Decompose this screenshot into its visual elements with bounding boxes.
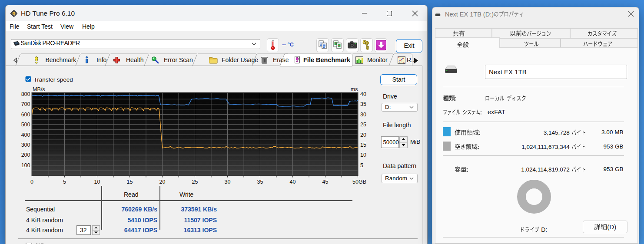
svg-text:Erase: Erase: [273, 56, 289, 63]
svg-text:500: 500: [21, 122, 30, 128]
svg-text:5: 5: [63, 179, 66, 185]
svg-text:Health: Health: [126, 56, 143, 63]
svg-text:15: 15: [360, 142, 366, 148]
svg-text:40: 40: [360, 91, 366, 97]
svg-text:300: 300: [21, 142, 30, 148]
svg-text:200: 200: [21, 152, 30, 158]
svg-text:35: 35: [257, 179, 263, 185]
svg-text:800: 800: [21, 91, 30, 97]
svg-text:700: 700: [21, 101, 30, 107]
svg-text:MB/s: MB/s: [33, 86, 45, 92]
svg-text:100: 100: [21, 162, 30, 168]
svg-text:40: 40: [290, 179, 296, 185]
svg-text:10: 10: [94, 179, 100, 185]
svg-text:25: 25: [360, 122, 366, 128]
svg-text:0: 0: [30, 179, 33, 185]
svg-text:Benchmark: Benchmark: [46, 56, 77, 63]
svg-text:400: 400: [21, 132, 30, 138]
svg-text:30: 30: [360, 112, 366, 118]
svg-text:600: 600: [21, 112, 30, 118]
svg-text:25: 25: [192, 179, 198, 185]
svg-text:20: 20: [159, 179, 166, 185]
svg-text:Info: Info: [96, 56, 107, 63]
svg-text:Error Scan: Error Scan: [164, 56, 193, 63]
svg-text:ms: ms: [351, 86, 358, 92]
svg-text:File Benchmark: File Benchmark: [303, 56, 351, 63]
svg-text:20: 20: [360, 132, 366, 138]
svg-text:35: 35: [360, 101, 366, 107]
svg-text:15: 15: [127, 179, 133, 185]
svg-text:45: 45: [322, 179, 329, 185]
svg-text:10: 10: [360, 152, 366, 158]
svg-text:50GB: 50GB: [352, 179, 366, 185]
svg-text:Folder Usage: Folder Usage: [222, 56, 258, 63]
svg-text:5: 5: [360, 162, 363, 168]
svg-text:Monitor: Monitor: [367, 56, 388, 63]
svg-text:30: 30: [225, 179, 231, 185]
svg-text:R..: R..: [407, 56, 415, 63]
